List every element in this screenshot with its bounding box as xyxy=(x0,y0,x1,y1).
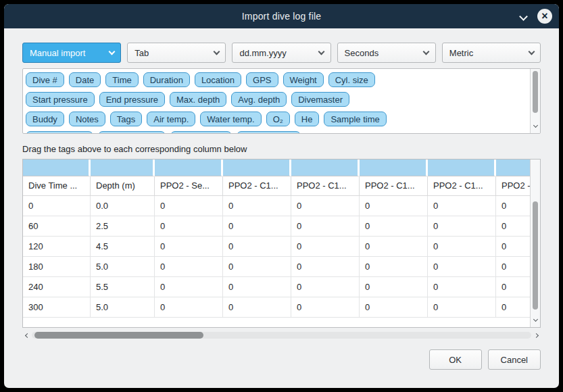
table-cell: 0 xyxy=(496,196,530,216)
table-cell: 0 xyxy=(360,216,428,237)
tag-weight[interactable]: Weight xyxy=(283,72,324,87)
table-cell: 0 xyxy=(428,277,496,297)
table-cell: 0 xyxy=(155,277,223,297)
tag-sample-temp[interactable]: Sample temp. xyxy=(98,131,166,134)
table-cell: 4.5 xyxy=(91,237,155,257)
field-separator-select[interactable]: Tab xyxy=(127,43,226,63)
chevron-down-icon xyxy=(519,12,528,21)
column-drop-cell[interactable] xyxy=(428,160,496,176)
table-row: 120 4.5 0 0 0 0 0 0 xyxy=(23,237,530,257)
tag-avg-depth[interactable]: Avg. depth xyxy=(231,92,287,107)
table-cell: 0 xyxy=(428,297,496,318)
tag-tags[interactable]: Tags xyxy=(110,112,142,126)
column-drop-cell[interactable] xyxy=(23,160,91,176)
chevron-down-icon xyxy=(522,51,540,54)
tag-scrollbar[interactable] xyxy=(530,69,540,133)
column-drop-cell[interactable] xyxy=(91,160,155,176)
table-cell: 0 xyxy=(428,196,496,216)
tag-cyl-size[interactable]: Cyl. size xyxy=(328,72,375,87)
units-value: Metric xyxy=(443,48,522,58)
close-icon: × xyxy=(541,10,547,22)
column-header: PPO2 - C1... xyxy=(360,176,428,196)
tag-start-pressure[interactable]: Start pressure xyxy=(26,92,95,107)
table-cell: 0 xyxy=(223,237,291,257)
tag-water-temp[interactable]: Water temp. xyxy=(200,112,261,126)
tag-sample-time[interactable]: Sample time xyxy=(324,112,386,126)
dialog-button-row: OK Cancel xyxy=(22,349,541,370)
table-cell: 0 xyxy=(496,277,530,297)
scrollbar-thumb[interactable] xyxy=(34,332,203,339)
table-cell: 60 xyxy=(23,216,91,237)
column-drop-cell[interactable] xyxy=(360,160,428,176)
table-row: 240 5.5 0 0 0 0 0 0 xyxy=(23,277,530,297)
tag-notes[interactable]: Notes xyxy=(69,112,105,126)
tag-row: Start pressure End pressure Max. depth A… xyxy=(26,92,529,107)
scrollbar-track[interactable] xyxy=(32,332,531,339)
table-row: 0 0.0 0 0 0 0 0 0 xyxy=(23,196,530,216)
table-cell: 240 xyxy=(23,277,91,297)
tag-sample-cns[interactable]: Sample CNS xyxy=(237,131,301,134)
table-cell: 0 xyxy=(223,216,291,237)
table-cell: 0 xyxy=(496,297,530,318)
titlebar[interactable]: Import dive log file × xyxy=(4,4,559,28)
tag-o2[interactable]: O₂ xyxy=(266,112,290,126)
tag-date[interactable]: Date xyxy=(69,72,101,87)
date-format-select[interactable]: dd.mm.yyyy xyxy=(232,43,331,63)
tag-row: Dive # Date Time Duration Location GPS W… xyxy=(26,72,529,87)
tag-end-pressure[interactable]: End pressure xyxy=(99,92,165,107)
duration-format-value: Seconds xyxy=(338,48,418,58)
import-mode-select[interactable]: Manual import xyxy=(22,43,121,63)
table-row: 60 2.5 0 0 0 0 0 0 xyxy=(23,216,530,237)
import-dialog-window: Import dive log file × Manual import Tab… xyxy=(4,4,559,388)
table-cell: 0 xyxy=(428,257,496,277)
chevron-down-icon xyxy=(103,51,120,54)
table-horizontal-scrollbar[interactable] xyxy=(22,330,541,341)
scroll-down-arrow[interactable] xyxy=(531,124,540,132)
tag-time[interactable]: Time xyxy=(105,72,138,87)
cancel-button[interactable]: Cancel xyxy=(488,349,541,370)
table-cell: 0.0 xyxy=(91,196,155,216)
tag-buddy[interactable]: Buddy xyxy=(26,112,64,126)
column-drop-cell[interactable] xyxy=(155,160,223,176)
import-options-toolbar: Manual import Tab dd.mm.yyyy Seconds Met… xyxy=(22,43,541,63)
table-vertical-scrollbar[interactable] xyxy=(530,160,540,327)
table-cell: 0 xyxy=(291,277,360,297)
duration-format-select[interactable]: Seconds xyxy=(337,43,436,63)
column-drop-cell[interactable] xyxy=(223,160,291,176)
tag-max-depth[interactable]: Max. depth xyxy=(170,92,226,107)
close-button[interactable]: × xyxy=(537,9,552,24)
table-cell: 0 xyxy=(496,257,530,277)
column-drop-cell[interactable] xyxy=(496,160,530,176)
column-drop-cell[interactable] xyxy=(291,160,360,176)
tag-list-panel: Dive # Date Time Duration Location GPS W… xyxy=(22,68,541,134)
tag-sample-po2[interactable]: Sample pO₂ xyxy=(170,131,231,134)
tag-air-temp[interactable]: Air temp. xyxy=(147,112,195,126)
tag-duration[interactable]: Duration xyxy=(143,72,190,87)
tag-divemaster[interactable]: Divemaster xyxy=(291,92,349,107)
scroll-right-arrow[interactable] xyxy=(531,330,541,341)
table-cell: 0 xyxy=(23,196,91,216)
ok-button[interactable]: OK xyxy=(429,349,482,370)
drag-instruction-label: Drag the tags above to each correspondin… xyxy=(22,144,541,154)
scrollbar-thumb[interactable] xyxy=(533,201,538,310)
tag-location[interactable]: Location xyxy=(195,72,241,87)
units-select[interactable]: Metric xyxy=(442,43,541,63)
tag-gps[interactable]: GPS xyxy=(246,72,278,87)
scroll-left-arrow[interactable] xyxy=(22,330,32,341)
tag-sample-depth[interactable]: Sample depth xyxy=(26,131,93,134)
table-cell: 0 xyxy=(223,277,291,297)
table-cell: 0 xyxy=(360,277,428,297)
table-cell: 0 xyxy=(428,216,496,237)
shade-button[interactable] xyxy=(517,10,529,22)
column-header: Dive Time ... xyxy=(23,176,91,196)
scrollbar-thumb[interactable] xyxy=(533,71,538,113)
table-cell: 180 xyxy=(23,257,91,277)
table-cell: 120 xyxy=(23,237,91,257)
scroll-down-arrow[interactable] xyxy=(531,318,540,326)
tag-he[interactable]: He xyxy=(295,112,320,126)
table-cell: 0 xyxy=(360,196,428,216)
column-header: PPO2 - C1... xyxy=(428,176,496,196)
tag-dive-number[interactable]: Dive # xyxy=(26,72,64,87)
table-cell: 5.0 xyxy=(91,257,155,277)
chevron-down-icon xyxy=(313,51,331,54)
